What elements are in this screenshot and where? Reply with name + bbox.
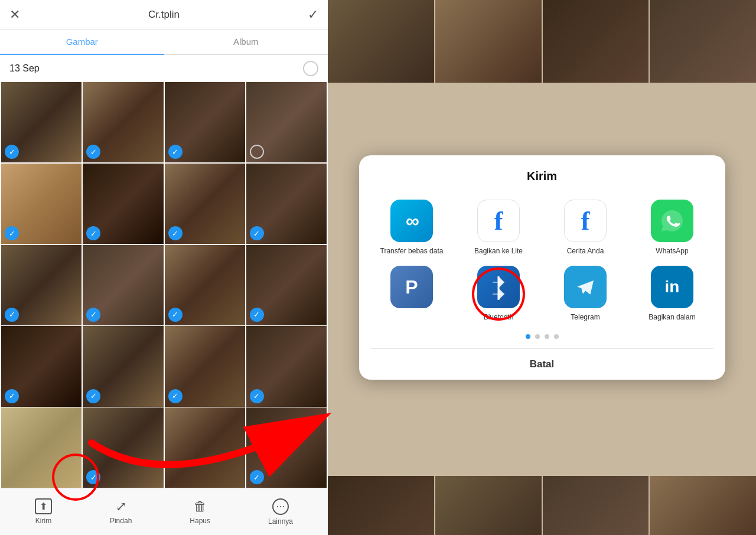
fb-f-letter2: f (581, 206, 590, 236)
top-bar: ✕ Cr.tplin ✓ (0, 0, 328, 30)
photo-cell[interactable]: ✓ (165, 164, 245, 244)
date-row: 13 Sep (0, 55, 328, 82)
move-icon: ⤢ (116, 499, 126, 514)
hapus-label: Hapus (190, 517, 210, 525)
app-item-fb-lite[interactable]: f Bagikan ke Lite (458, 200, 540, 256)
fb-lite-label: Bagikan ke Lite (474, 247, 523, 256)
bg-photo-b4 (650, 476, 756, 535)
bg-photo-b2 (435, 476, 542, 535)
share-sheet: Kirim ∞ Transfer bebas data f Bagikan ke… (359, 155, 725, 379)
photo-cell[interactable] (165, 407, 245, 488)
bg-photo (650, 0, 756, 83)
photo-cell[interactable]: ✓ (1, 245, 82, 325)
bg-photos-bottom (328, 476, 756, 535)
fb-f-letter: f (494, 206, 503, 236)
app-item-transfer[interactable]: ∞ Transfer bebas data (371, 200, 453, 256)
pindah-button[interactable]: ⤢ Pindah (103, 495, 139, 529)
photo-cell[interactable]: ✓ (246, 164, 327, 244)
fb-story-label: Cerita Anda (567, 247, 604, 256)
linkedin-in-text: in (665, 278, 680, 296)
select-all-circle[interactable] (303, 61, 318, 76)
share-icon: ⬆ (35, 498, 52, 514)
photo-cell[interactable]: ✓ (246, 245, 327, 325)
check-badge: ✓ (250, 308, 264, 322)
date-label: 13 Sep (9, 63, 40, 74)
photo-cell[interactable]: ✓ (165, 82, 245, 162)
photo-cell[interactable]: ✓ (83, 82, 163, 162)
check-badge: ✓ (86, 470, 100, 484)
check-badge: ✓ (250, 226, 264, 240)
check-badge: ✓ (168, 145, 183, 159)
linkedin-label: Bagikan dalam (649, 313, 695, 322)
fb-lite-icon: f (477, 200, 520, 242)
whatsapp-label: WhatsApp (656, 247, 688, 256)
more-icon: ··· (272, 498, 289, 515)
check-badge: ✓ (86, 389, 100, 403)
photo-cell[interactable]: ✓ (246, 407, 327, 488)
photo-cell[interactable]: ✓ (83, 245, 163, 325)
photo-cell[interactable]: ✓ (83, 407, 163, 488)
app-item-bluetooth[interactable]: Bluetooth (458, 266, 540, 322)
check-badge: ✓ (86, 145, 100, 159)
linkedin-icon: in (651, 266, 693, 308)
lainnya-button[interactable]: ··· Lainnya (261, 495, 300, 529)
bg-photos-top (328, 0, 756, 83)
fb-story-icon: f (564, 200, 607, 242)
photo-cell[interactable]: ✓ (165, 326, 245, 406)
photo-cell[interactable]: ✓ (83, 326, 163, 406)
page-indicators (371, 334, 713, 339)
tab-bar: Gambar Album (0, 30, 328, 55)
telegram-icon (564, 266, 607, 308)
check-badge: ✓ (86, 226, 100, 240)
app-item-whatsapp[interactable]: WhatsApp (631, 200, 713, 256)
photo-cell[interactable]: ✓ (1, 164, 82, 244)
bg-photo (328, 0, 434, 83)
pindah-label: Pindah (110, 517, 132, 525)
dot-4 (554, 334, 559, 339)
check-badge: ✓ (86, 308, 100, 322)
point-p-letter: P (405, 276, 418, 298)
lainnya-label: Lainnya (268, 517, 293, 526)
transfer-label: Transfer bebas data (380, 247, 444, 256)
whatsapp-icon (651, 200, 693, 242)
kirim-label: Kirim (35, 517, 51, 525)
check-badge: ✓ (5, 145, 19, 159)
check-badge-empty (250, 145, 264, 159)
tab-gambar[interactable]: Gambar (0, 30, 164, 55)
bg-photo-b3 (543, 476, 649, 535)
app-grid: ∞ Transfer bebas data f Bagikan ke Lite … (371, 200, 713, 322)
check-badge: ✓ (5, 226, 19, 240)
check-badge: ✓ (5, 389, 19, 403)
photo-cell[interactable]: ✓ (1, 82, 82, 162)
transfer-icon: ∞ (390, 200, 433, 242)
dot-1 (526, 334, 530, 339)
app-item-telegram[interactable]: Telegram (545, 266, 627, 322)
photo-cell[interactable] (246, 82, 327, 162)
check-badge: ✓ (168, 226, 183, 240)
check-badge: ✓ (250, 470, 264, 484)
photo-cell[interactable]: ✓ (246, 326, 327, 406)
right-panel: Kirim ∞ Transfer bebas data f Bagikan ke… (328, 0, 756, 535)
tab-album[interactable]: Album (164, 30, 328, 54)
cancel-button[interactable]: Batal (371, 348, 713, 380)
check-badge: ✓ (168, 308, 183, 322)
photo-cell[interactable] (1, 407, 82, 488)
hapus-button[interactable]: 🗑 Hapus (183, 495, 217, 529)
app-item-point[interactable]: P (371, 266, 453, 322)
app-item-linkedin[interactable]: in Bagikan dalam (631, 266, 713, 322)
bluetooth-container: Bluetooth (458, 266, 540, 322)
kirim-button[interactable]: ⬆ Kirim (28, 495, 59, 529)
confirm-icon[interactable]: ✓ (308, 7, 318, 22)
app-item-fb-story[interactable]: f Cerita Anda (545, 200, 627, 256)
bottom-toolbar: ⬆ Kirim ⤢ Pindah 🗑 Hapus ··· Lainnya (0, 488, 328, 535)
bg-photo (543, 0, 649, 83)
photo-cell[interactable]: ✓ (83, 164, 163, 244)
dot-3 (545, 334, 549, 339)
close-icon[interactable]: ✕ (9, 7, 20, 22)
photo-cell[interactable]: ✓ (165, 245, 245, 325)
photo-cell[interactable]: ✓ (1, 326, 82, 406)
photo-grid: ✓ ✓ ✓ ✓ ✓ ✓ ✓ ✓ ✓ ✓ ✓ ✓ ✓ ✓ ✓ ✓ ✓ (0, 82, 328, 488)
check-badge: ✓ (168, 389, 183, 403)
bluetooth-label: Bluetooth (484, 313, 514, 322)
top-bar-title: Cr.tplin (148, 9, 180, 21)
